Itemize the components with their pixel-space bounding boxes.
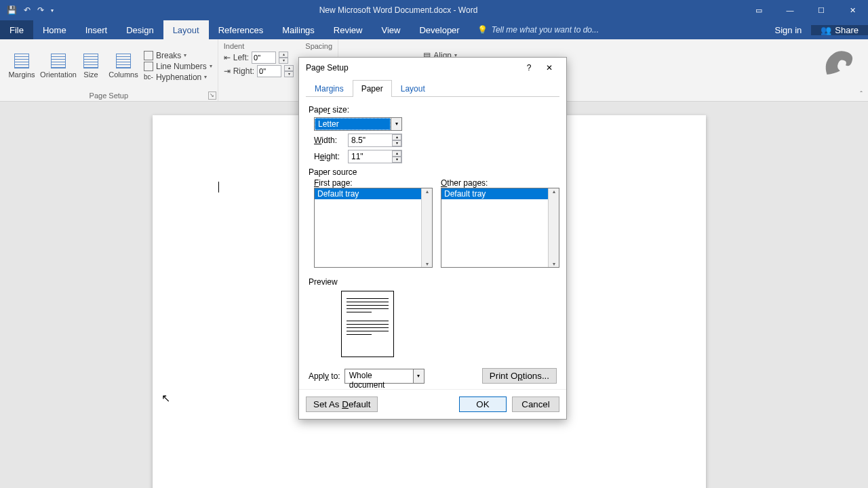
ribbon-display-icon[interactable]: ▭ [743,0,774,20]
tab-file[interactable]: File [0,20,33,39]
dragon-logo [818,45,859,82]
dialog-tab-layout[interactable]: Layout [392,80,434,97]
dialog-help-button[interactable]: ? [519,63,539,73]
preview-thumbnail [341,291,394,357]
first-page-label: First page: [314,178,433,188]
apply-to-label: Apply to: [309,371,340,381]
spin-up[interactable]: ▴ [279,52,288,58]
listbox-scrollbar[interactable]: ▴▾ [548,188,559,267]
tab-home[interactable]: Home [33,20,76,39]
first-page-listbox[interactable]: Default tray ▴▾ [314,188,433,268]
indent-right-icon: ⇥ [224,66,231,76]
indent-left-input[interactable] [252,52,276,64]
maximize-button[interactable]: ☐ [806,0,837,20]
line-numbers-label: Line Numbers [156,62,207,71]
line-numbers-icon [144,62,153,71]
width-value[interactable] [349,134,392,146]
line-numbers-button[interactable]: Line Numbers▾ [144,62,212,71]
dialog-titlebar: Page Setup ? ✕ [299,58,566,78]
paper-size-combo[interactable]: Letter ▾ [314,117,402,131]
margins-icon [14,54,29,68]
width-input[interactable]: ▴▾ [348,134,402,147]
apply-to-combo[interactable]: Whole document ▾ [344,369,425,384]
spin-up[interactable]: ▴ [284,65,294,71]
tab-layout[interactable]: Layout [163,20,209,39]
apply-to-value: Whole document [345,369,413,383]
dialog-close-button[interactable]: ✕ [539,63,559,73]
text-cursor [218,182,219,192]
hyphenation-label: Hyphenation [156,73,201,82]
spacing-header: Spacing [305,42,332,50]
margins-button[interactable]: Margins [5,42,38,90]
share-button[interactable]: 👥Share [811,25,868,35]
dialog-tab-paper[interactable]: Paper [353,80,392,97]
cancel-button[interactable]: Cancel [512,396,559,412]
group-page-setup-label: Page Setup [5,90,212,100]
paper-size-label: Paper size: [309,105,349,115]
ok-button[interactable]: OK [459,396,507,412]
preview-label: Preview [309,277,557,287]
other-pages-listbox[interactable]: Default tray ▴▾ [441,188,559,268]
margins-label: Margins [8,70,35,79]
chevron-down-icon[interactable]: ▾ [413,369,424,383]
chevron-down-icon[interactable]: ▾ [391,118,401,130]
undo-icon[interactable]: ↶ [24,5,31,15]
dialog-title: Page Setup [306,63,349,73]
collapse-ribbon-icon[interactable]: ˆ [860,90,863,98]
print-options-button[interactable]: Print Options... [482,368,557,384]
height-value[interactable] [349,150,392,163]
close-button[interactable]: ✕ [837,0,868,20]
indent-left-icon: ⇤ [224,53,231,62]
columns-icon [116,54,131,68]
tab-developer[interactable]: Developer [410,20,469,39]
spin-down[interactable]: ▾ [392,140,401,146]
breaks-icon [144,51,153,60]
page-setup-dialog-launcher[interactable]: ↘ [208,92,216,100]
spin-down[interactable]: ▾ [284,71,294,77]
indent-right-input[interactable] [257,65,281,77]
quick-access-toolbar: 💾 ↶ ↷ ▾ [0,5,54,15]
redo-icon[interactable]: ↷ [37,5,44,15]
other-pages-item[interactable]: Default tray [441,188,559,199]
minimize-button[interactable]: — [774,0,806,20]
tab-mailings[interactable]: Mailings [273,20,324,39]
size-label: Size [83,70,98,79]
spin-up[interactable]: ▴ [392,134,401,140]
page-setup-dialog: Page Setup ? ✕ Margins Paper Layout Pape… [298,57,567,420]
height-input[interactable]: ▴▾ [348,150,402,163]
tab-design[interactable]: Design [117,20,163,39]
tab-view[interactable]: View [372,20,410,39]
spin-down[interactable]: ▾ [392,157,401,163]
columns-label: Columns [108,70,138,79]
spin-down[interactable]: ▾ [279,58,288,64]
tab-review[interactable]: Review [324,20,372,39]
size-icon [83,54,98,68]
paper-size-value: Letter [315,118,391,130]
width-label: Width: [314,136,344,145]
tell-me-search[interactable]: 💡Tell me what you want to do... [469,20,766,39]
set-as-default-button[interactable]: Set As Default [306,396,378,412]
bulb-icon: 💡 [477,25,488,35]
group-page-setup: Margins Orientation Size Columns Breaks▾… [0,39,218,101]
orientation-icon [51,54,66,68]
orientation-button[interactable]: Orientation [42,42,75,90]
breaks-button[interactable]: Breaks▾ [144,51,212,60]
window-title: New Microsoft Word Document.docx - Word [54,5,743,15]
orientation-label: Orientation [40,70,77,79]
size-button[interactable]: Size [79,42,103,90]
dialog-tab-margins[interactable]: Margins [306,80,353,97]
indent-header: Indent [224,42,245,50]
first-page-item[interactable]: Default tray [315,188,432,199]
hyphenation-button[interactable]: bc‑Hyphenation▾ [144,73,212,82]
hyphenation-icon: bc‑ [144,73,153,81]
columns-button[interactable]: Columns [107,42,140,90]
share-label: Share [835,25,859,35]
tab-insert[interactable]: Insert [76,20,117,39]
sign-in-link[interactable]: Sign in [766,25,812,35]
spin-up[interactable]: ▴ [392,150,401,157]
tab-references[interactable]: References [209,20,273,39]
save-icon[interactable]: 💾 [7,5,17,15]
listbox-scrollbar[interactable]: ▴▾ [421,188,432,267]
height-label: Height: [314,152,344,161]
other-pages-label: Other pages: [441,178,559,188]
